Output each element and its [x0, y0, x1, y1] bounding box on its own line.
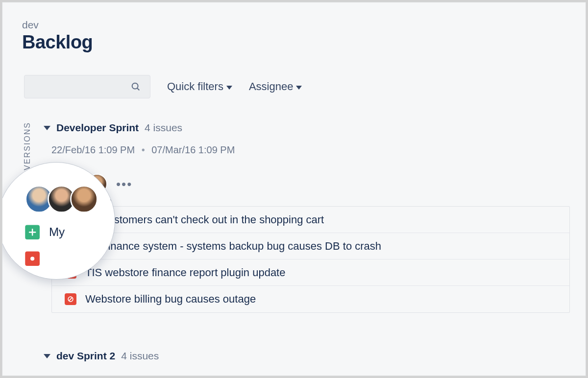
issue-summary: My customers can't check out in the shop… — [85, 213, 324, 226]
svg-point-2 — [69, 244, 73, 248]
sprint-collapse-toggle[interactable] — [44, 354, 50, 358]
sprint-start-date: 22/Feb/16 1:09 PM — [51, 144, 135, 155]
assignee-dropdown[interactable]: Assignee — [249, 80, 302, 93]
versions-panel-tab[interactable]: VERSIONS — [23, 122, 32, 170]
task-icon — [65, 267, 76, 279]
sprint-name[interactable]: dev Sprint 2 — [56, 350, 115, 362]
sprint-name[interactable]: Developer Sprint — [56, 122, 139, 134]
assignee-label: Assignee — [249, 80, 294, 93]
sprint-end-date: 07/Mar/16 1:09 PM — [151, 144, 235, 155]
sprint-dates: 22/Feb/16 1:09 PM • 07/Mar/16 1:09 PM — [51, 144, 570, 156]
breadcrumb[interactable]: dev — [22, 19, 39, 31]
issue-list: My customers can't check out in the shop… — [51, 206, 570, 313]
sprint-issue-count: 4 issues — [121, 350, 159, 362]
epics-panel-tab[interactable]: EPICS — [23, 195, 32, 224]
issue-summary: TIS webstore finance report plugin updat… — [85, 266, 285, 279]
bug-icon — [25, 251, 40, 266]
svg-line-4 — [69, 298, 72, 301]
svg-point-0 — [132, 83, 138, 89]
bug-icon — [65, 240, 76, 252]
issue-row[interactable]: TIS finance system - systems backup bug … — [52, 233, 569, 260]
sprint-assignee-avatars: ••• — [53, 174, 132, 194]
toolbar: Quick filters Assignee — [24, 75, 302, 98]
chevron-down-icon — [226, 86, 232, 90]
quick-filters-dropdown[interactable]: Quick filters — [167, 80, 232, 93]
avatar[interactable] — [87, 174, 107, 194]
issue-row[interactable]: Webstore billing bug causes outage — [52, 286, 569, 312]
quick-filters-label: Quick filters — [167, 80, 223, 93]
search-icon — [130, 81, 141, 92]
blocker-icon — [65, 293, 76, 305]
issue-row[interactable]: TIS webstore finance report plugin updat… — [52, 260, 569, 286]
sprint-header: Developer Sprint 4 issues 22/Feb/16 1:09… — [44, 122, 570, 156]
dot-separator: • — [142, 144, 145, 155]
svg-line-1 — [137, 88, 139, 90]
issue-row[interactable]: My customers can't check out in the shop… — [52, 207, 569, 233]
svg-point-5 — [30, 257, 34, 260]
app-frame: dev Backlog Quick filters Assignee VERSI… — [2, 2, 586, 376]
sprint-issue-count: 4 issues — [145, 122, 182, 134]
issue-summary: Webstore billing bug causes outage — [85, 293, 256, 306]
page-title: Backlog — [22, 32, 93, 53]
sprint-more-actions[interactable]: ••• — [116, 177, 132, 192]
sprint-header: dev Sprint 2 4 issues — [44, 350, 159, 362]
chevron-down-icon — [296, 86, 302, 90]
issue-summary: TIS finance system - systems backup bug … — [85, 240, 381, 253]
search-input[interactable] — [24, 75, 150, 98]
story-icon — [25, 225, 40, 239]
story-icon — [65, 214, 76, 226]
sprint-collapse-toggle[interactable] — [44, 126, 50, 130]
